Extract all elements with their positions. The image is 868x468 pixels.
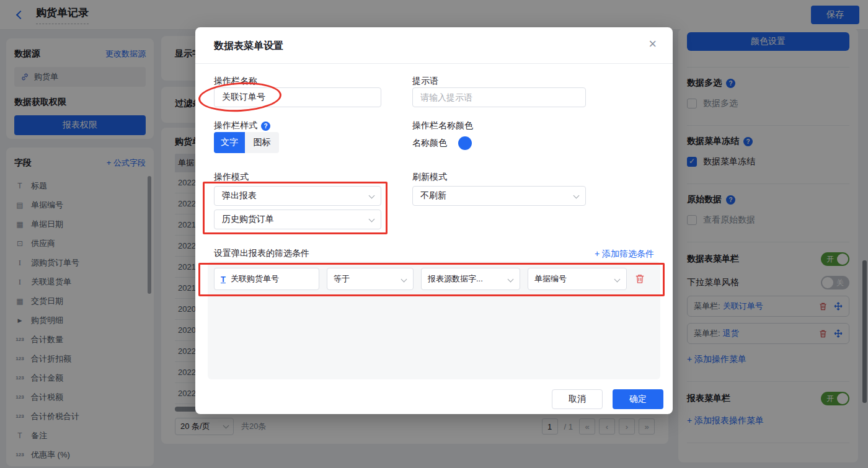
cancel-button[interactable]: 取消 [552,389,603,409]
color-swatch[interactable] [458,136,472,150]
action-name-input[interactable] [214,87,381,107]
style-text-button[interactable]: 文字 [214,132,245,153]
style-label: 操作栏样式? [214,120,270,131]
modal-title: 数据表菜单设置 [214,40,283,53]
chevron-down-icon [369,216,375,223]
select-value: 不刷新 [420,190,446,201]
filter-conditions-area: T 关联购货单号 等于 报表源数据字... 单据编号 [208,262,660,379]
tip-input[interactable] [412,87,586,107]
table-menu-settings-modal: 数据表菜单设置 × 操作栏名称 提示语 操作栏样式? 文字 图标 操作栏名称颜色… [195,27,673,414]
name-color-label: 操作栏名称颜色 [412,120,473,131]
style-segmented-control: 文字 图标 [214,132,279,153]
action-mode-label: 操作模式 [214,172,249,183]
confirm-button[interactable]: 确定 [613,389,663,409]
select-value: 等于 [334,273,350,285]
filter-value-select[interactable]: 单据编号 [528,268,627,290]
filter-operator-select[interactable]: 等于 [327,268,414,290]
action-mode-select[interactable]: 弹出报表 [214,186,381,206]
select-value: 弹出报表 [222,190,257,201]
filter-source-select[interactable]: 报表源数据字... [421,268,520,290]
refresh-mode-select[interactable]: 不刷新 [412,186,586,206]
tip-label: 提示语 [412,76,438,87]
close-icon[interactable]: × [649,36,657,52]
app-root: 购货单记录 保存 数据源 更改数据源 购货单 数据获取权限 报表权限 字段 + … [0,0,868,468]
filter-condition-row: T 关联购货单号 等于 报表源数据字... 单据编号 [214,268,645,290]
add-filter-condition-link[interactable]: + 添加筛选条件 [595,249,654,260]
filter-field-box[interactable]: T 关联购货单号 [214,268,319,290]
select-value: 单据编号 [534,273,567,285]
name-color-row: 名称颜色 [412,136,472,150]
chevron-down-icon [508,276,514,283]
text-field-icon: T [221,275,226,284]
color-name-label: 名称颜色 [412,138,447,149]
delete-filter-trash-icon[interactable] [634,273,645,285]
style-icon-button[interactable]: 图标 [245,132,279,153]
chevron-down-icon [614,276,621,283]
chevron-down-icon [369,193,375,199]
help-icon[interactable]: ? [261,121,270,131]
select-value: 报表源数据字... [428,273,483,285]
target-report-select[interactable]: 历史购货订单 [214,210,381,229]
select-value: 历史购货订单 [222,214,274,225]
action-name-label: 操作栏名称 [214,76,257,87]
chevron-down-icon [574,193,580,199]
filter-field-name: 关联购货单号 [231,273,279,285]
refresh-mode-label: 刷新模式 [412,172,447,183]
chevron-down-icon [401,276,407,283]
filter-section-title: 设置弹出报表的筛选条件 [214,248,309,259]
divider [195,63,673,64]
